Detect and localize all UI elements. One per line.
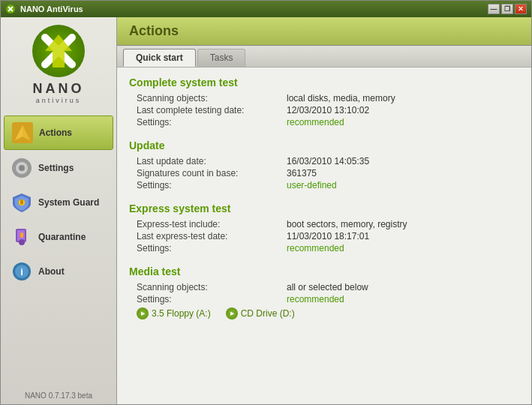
actions-label: Actions (39, 128, 72, 138)
complete-row-1: Last complete testing date: 12/03/2010 1… (137, 105, 519, 116)
logo-area: NANO antivirus (32, 25, 85, 104)
update-row-1: Signatures count in base: 361375 (137, 168, 519, 178)
main-layout: NANO antivirus Actions (1, 17, 531, 404)
app-icon (5, 4, 16, 14)
svg-rect-18 (20, 200, 23, 205)
express-test-body: Express-test include: boot sectors, memo… (129, 219, 519, 254)
floppy-icon (137, 308, 149, 320)
update-row-0: Last update date: 16/03/2010 14:05:35 (137, 156, 519, 166)
nav-menu: Actions Settings (1, 116, 116, 288)
logo-name: NANO (33, 81, 85, 97)
close-button[interactable]: ✕ (515, 4, 527, 14)
express-row-0: Express-test include: boot sectors, memo… (137, 219, 519, 230)
scroll-content: Complete system test Scanning objects: l… (117, 68, 531, 404)
media-row-1: Settings: recommended (137, 294, 519, 304)
tab-tasks[interactable]: Tasks (197, 49, 246, 67)
express-row-2: Settings: recommended (137, 243, 519, 254)
update-label-0: Last update date: (137, 156, 287, 166)
tab-quickstart[interactable]: Quick start (123, 49, 196, 67)
sidebar-item-settings[interactable]: Settings (4, 152, 113, 184)
actions-icon (12, 122, 33, 143)
express-value-0: boot sectors, memory, registry (287, 219, 407, 230)
svg-point-12 (19, 165, 25, 171)
update-body: Last update date: 16/03/2010 14:05:35 Si… (129, 156, 519, 190)
main-window: NANO AntiVirus — ❐ ✕ N (0, 0, 532, 405)
version-label: NANO 0.7.17.3 beta (20, 376, 97, 404)
media-drives: 3.5 Floppy (A:) CD Drive (D:) (129, 308, 519, 320)
drive-floppy[interactable]: 3.5 Floppy (A:) (137, 308, 211, 320)
complete-label-0: Scanning objects: (137, 93, 287, 104)
logo-subtitle: antivirus (36, 97, 82, 104)
svg-rect-13 (20, 158, 23, 162)
cd-icon (226, 308, 238, 320)
guard-label: System Guard (38, 197, 99, 208)
cd-label: CD Drive (D:) (241, 308, 295, 319)
section-express-test: Express system test Express-test include… (129, 202, 519, 254)
update-label-1: Signatures count in base: (137, 168, 287, 178)
update-row-2: Settings: user-defined (137, 180, 519, 190)
sidebar-item-quarantine[interactable]: Quarantine (4, 220, 113, 254)
section-complete-test: Complete system test Scanning objects: l… (129, 76, 519, 128)
quarantine-icon (11, 226, 32, 248)
express-test-title: Express system test (129, 202, 519, 214)
complete-test-title: Complete system test (129, 76, 519, 88)
media-label-0: Scanning objects: (137, 282, 287, 292)
media-value-0: all or selected below (287, 282, 368, 292)
svg-point-21 (19, 239, 25, 245)
express-label-2: Settings: (137, 243, 287, 254)
floppy-label: 3.5 Floppy (A:) (152, 308, 211, 319)
express-value-1: 11/03/2010 18:17:01 (287, 231, 369, 242)
settings-label: Settings (38, 163, 74, 173)
section-media-test: Media test Scanning objects: all or sele… (129, 266, 519, 320)
section-update: Update Last update date: 16/03/2010 14:0… (129, 140, 519, 190)
express-label-0: Express-test include: (137, 219, 287, 230)
complete-row-0: Scanning objects: local disks, media, me… (137, 93, 519, 104)
svg-rect-16 (28, 166, 32, 170)
tab-bar: Quick start Tasks (117, 46, 531, 68)
express-label-1: Last express-test date: (137, 231, 287, 242)
guard-icon (11, 192, 32, 213)
update-label-2: Settings: (137, 180, 287, 190)
content-header: Actions (117, 17, 531, 46)
restore-button[interactable]: ❐ (501, 4, 513, 14)
update-title: Update (129, 140, 519, 152)
sidebar-item-about[interactable]: i About (4, 255, 113, 288)
about-icon: i (11, 261, 32, 282)
express-row-1: Last express-test date: 11/03/2010 18:17… (137, 231, 519, 242)
svg-rect-15 (12, 166, 16, 170)
svg-rect-14 (20, 174, 23, 178)
svg-rect-22 (20, 232, 23, 238)
settings-icon (11, 158, 32, 178)
drive-cd[interactable]: CD Drive (D:) (226, 308, 295, 320)
sidebar-item-guard[interactable]: System Guard (4, 186, 113, 219)
window-title: NANO AntiVirus (20, 4, 488, 14)
complete-value-1: 12/03/2010 13:10:02 (287, 105, 369, 116)
complete-value-0: local disks, media, memory (287, 93, 395, 104)
update-value-2[interactable]: user-defined (287, 180, 337, 190)
complete-row-2: Settings: recommended (137, 117, 519, 128)
media-row-0: Scanning objects: all or selected below (137, 282, 519, 292)
sidebar-item-actions[interactable]: Actions (4, 116, 113, 150)
update-value-0: 16/03/2010 14:05:35 (287, 156, 369, 166)
window-controls: — ❐ ✕ (488, 4, 527, 14)
about-label: About (38, 266, 65, 277)
update-value-1: 361375 (287, 168, 317, 178)
minimize-button[interactable]: — (488, 4, 500, 14)
media-value-1[interactable]: recommended (287, 294, 344, 304)
quarantine-label: Quarantine (38, 232, 86, 242)
complete-label-1: Last complete testing date: (137, 105, 287, 116)
sidebar: NANO antivirus Actions (1, 17, 117, 404)
complete-test-body: Scanning objects: local disks, media, me… (129, 93, 519, 128)
media-test-body: Scanning objects: all or selected below … (129, 282, 519, 304)
title-bar: NANO AntiVirus — ❐ ✕ (1, 1, 531, 17)
media-test-title: Media test (129, 266, 519, 278)
content-area: Actions Quick start Tasks Complete syste… (117, 17, 531, 404)
logo-circle (32, 25, 85, 77)
complete-label-2: Settings: (137, 117, 287, 128)
media-label-1: Settings: (137, 294, 287, 304)
express-value-2[interactable]: recommended (287, 243, 344, 254)
svg-text:i: i (20, 266, 23, 278)
complete-value-2[interactable]: recommended (287, 117, 344, 128)
